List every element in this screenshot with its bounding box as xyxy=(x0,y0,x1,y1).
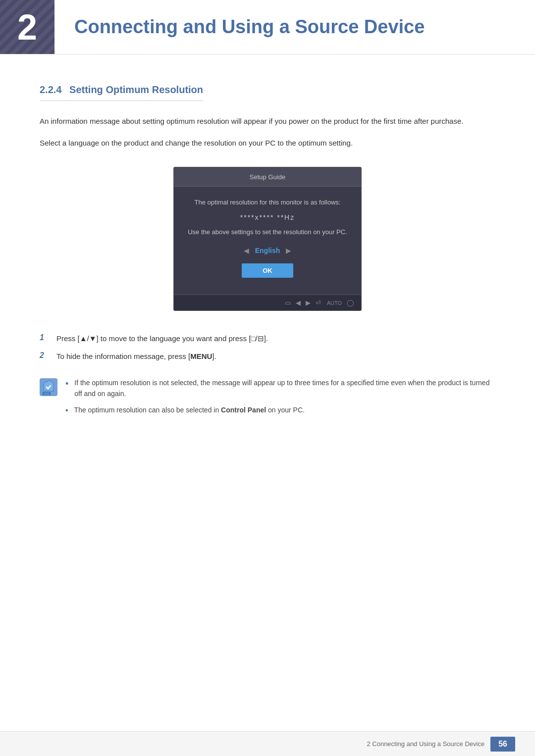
sub-note-item-1: • The optimum resolution can also be sel… xyxy=(65,404,495,416)
chapter-number-block: 2 xyxy=(0,0,54,54)
step-text-2: To hide the information message, press [… xyxy=(56,351,216,362)
note-text-1: If the optimum resolution is not selecte… xyxy=(74,377,495,400)
dialog-title: Setup Guide xyxy=(250,173,285,181)
dialog-titlebar: Setup Guide xyxy=(174,167,361,187)
bottom-auto-label: AUTO xyxy=(327,300,342,306)
setup-dialog: Setup Guide The optimal resolution for t… xyxy=(173,167,362,311)
dialog-ok-button[interactable]: OK xyxy=(242,263,293,278)
chapter-number: 2 xyxy=(17,9,37,45)
dialog-resolution: ****x**** **Hz xyxy=(186,213,349,221)
svg-rect-2 xyxy=(44,393,50,395)
chapter-title: Connecting and Using a Source Device xyxy=(74,16,425,38)
bottom-icon-power: ◯ xyxy=(347,299,354,306)
section-heading: 2.2.4 Setting Optimum Resolution xyxy=(40,84,203,101)
dialog-language-row: ◀ English ▶ xyxy=(186,247,349,254)
section-number: 2.2.4 xyxy=(40,84,61,95)
notes-section: • If the optimum resolution is not selec… xyxy=(40,377,495,416)
step-number-1: 1 xyxy=(40,333,50,342)
step-item-1: 1 Press [▲/▼] to move to the language yo… xyxy=(40,333,495,345)
main-content: 2.2.4 Setting Optimum Resolution An info… xyxy=(0,54,535,456)
dialog-language: English xyxy=(255,247,280,254)
footer-page-number: 56 xyxy=(490,737,515,752)
dialog-ok-row: OK xyxy=(186,263,349,278)
note-icon xyxy=(40,378,57,396)
body-paragraph-1: An information message about setting opt… xyxy=(40,115,485,128)
bottom-icon-enter: ⏎ xyxy=(316,299,321,306)
dialog-container: Setup Guide The optimal resolution for t… xyxy=(40,167,495,311)
note-bullet-1: • xyxy=(65,378,68,390)
step-text-1: Press [▲/▼] to move to the language you … xyxy=(56,333,268,345)
footer-section-label: 2 Connecting and Using a Source Device xyxy=(367,740,484,748)
sub-note-text-1: The optimum resolution can also be selec… xyxy=(74,404,305,415)
chapter-title-block: Connecting and Using a Source Device xyxy=(54,0,535,54)
steps-section: 1 Press [▲/▼] to move to the language yo… xyxy=(40,333,495,362)
bottom-icon-right: ▶ xyxy=(306,299,311,306)
dialog-instruction: Use the above settings to set the resolu… xyxy=(186,227,349,237)
notes-list: • If the optimum resolution is not selec… xyxy=(65,377,495,416)
step-item-2: 2 To hide the information message, press… xyxy=(40,351,495,362)
page-header: 2 Connecting and Using a Source Device xyxy=(0,0,535,54)
dialog-bottom-bar: ▭ ◀ ▶ ⏎ AUTO ◯ xyxy=(174,295,361,310)
language-arrow-right[interactable]: ▶ xyxy=(286,247,291,254)
sub-bullet-1: • xyxy=(65,404,68,416)
section-title: Setting Optimum Resolution xyxy=(69,84,203,95)
bottom-icon-x: ▭ xyxy=(285,299,291,306)
page-footer: 2 Connecting and Using a Source Device 5… xyxy=(0,731,535,756)
body-paragraph-2: Select a language on the product and cha… xyxy=(40,137,485,150)
dialog-body: The optimal resolution for this monitor … xyxy=(174,187,361,295)
language-arrow-left[interactable]: ◀ xyxy=(244,247,249,254)
dialog-description: The optimal resolution for this monitor … xyxy=(186,198,349,207)
step-number-2: 2 xyxy=(40,351,50,360)
bottom-icon-left: ◀ xyxy=(296,299,301,306)
note-item-1: • If the optimum resolution is not selec… xyxy=(65,377,495,400)
